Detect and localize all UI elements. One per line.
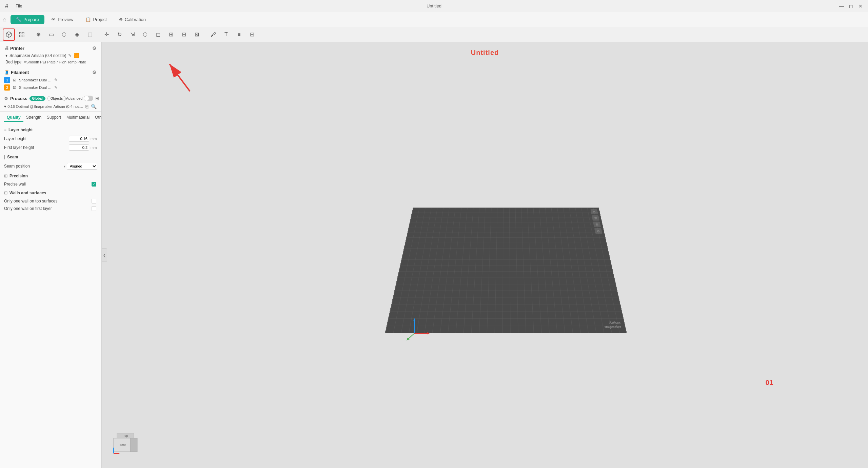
precision-icon: ⊞ xyxy=(4,174,7,178)
restore-button[interactable]: ◻ xyxy=(848,3,854,9)
precise-wall-checkbox-cell xyxy=(91,182,97,187)
seam-position-label: Seam position xyxy=(4,164,64,169)
tab-support[interactable]: Support xyxy=(44,114,64,122)
print-bed: ✕ ⊞ ⊟ ⊙ Artisan snapmaker xyxy=(385,208,627,333)
add-hex-button[interactable]: ⬡ xyxy=(58,28,70,41)
app-icon: 🖨 xyxy=(4,3,9,9)
printer-section-icon: 🖨 xyxy=(4,45,9,51)
align-tool-button[interactable]: ≡ xyxy=(233,28,245,41)
tab-project[interactable]: 📋 Project xyxy=(80,15,112,24)
process-search-button[interactable]: 🔍 xyxy=(90,103,97,110)
filament-checkbox-1[interactable]: ☑ xyxy=(13,78,16,82)
tool8-button[interactable]: ⊠ xyxy=(191,28,203,41)
artisan-name: Artisan xyxy=(603,320,620,325)
walls-icon: ⊡ xyxy=(4,191,7,195)
rotate-tool-button[interactable]: ↻ xyxy=(113,28,125,41)
viewport: ❮ Untitled ✕ ⊞ ⊟ xyxy=(102,42,868,468)
tool6-button[interactable]: ⊞ xyxy=(165,28,177,41)
add-object-button[interactable]: ◈ xyxy=(71,28,83,41)
axes-svg xyxy=(404,316,431,344)
layer-height-input[interactable] xyxy=(69,136,89,142)
seam-position-select[interactable]: Aligned Random Nearest xyxy=(67,163,97,170)
process-compare-button[interactable]: ⊞ xyxy=(95,95,100,102)
preview-icon: 👁 xyxy=(51,17,56,22)
minimize-button[interactable]: — xyxy=(838,3,845,9)
tab-others[interactable]: Others xyxy=(92,114,102,122)
one-wall-first-row: Only one wall on first layer xyxy=(4,205,97,212)
tab-strength[interactable]: Strength xyxy=(23,114,44,122)
filament-name-2: Snapmaker Dual … xyxy=(19,85,52,90)
tab-preview[interactable]: 👁 Preview xyxy=(46,15,79,24)
tool7-button[interactable]: ⊟ xyxy=(178,28,190,41)
add-rect-button[interactable]: ▭ xyxy=(45,28,57,41)
precise-wall-row: Precise wall xyxy=(4,180,97,188)
filament-row-2: 2 ☑ Snapmaker Dual … ✎ xyxy=(4,84,97,91)
filament-section-icon: 🧵 xyxy=(4,70,9,75)
first-layer-height-input[interactable] xyxy=(69,144,89,151)
process-copy-button[interactable]: ⎘ xyxy=(85,103,89,110)
filament-header: 🧵 Filament ⚙ xyxy=(4,69,97,76)
filament-section-label: Filament xyxy=(11,70,29,75)
filament-title: 🧵 Filament xyxy=(4,70,29,75)
process-profile-name: 0.16 Optimal @Snapmaker Artisan (0.4 noz… xyxy=(7,104,83,109)
add-support-button[interactable]: ◫ xyxy=(84,28,96,41)
filament-edit-1[interactable]: ✎ xyxy=(54,78,58,82)
paint-tool-button[interactable]: 🖌 xyxy=(207,28,219,41)
filament-name-1: Snapmaker Dual … xyxy=(19,78,52,82)
one-wall-top-checkbox[interactable] xyxy=(92,199,96,203)
precise-wall-checkbox[interactable] xyxy=(92,182,96,187)
menu-file[interactable]: File xyxy=(13,2,25,10)
move-tool-button[interactable]: ✛ xyxy=(100,28,113,41)
one-wall-first-checkbox[interactable] xyxy=(92,206,96,211)
printer-name-label: Snapmaker Artisan (0.4 nozzle) xyxy=(9,53,66,58)
advanced-toggle-switch[interactable] xyxy=(84,96,93,101)
toolbar: ⊕ ▭ ⬡ ◈ ◫ ✛ ↻ ⇲ ⬡ ◻ ⊞ ⊟ ⊠ 🖌 T ≡ ⊟ xyxy=(0,27,868,42)
viewport-title: Untitled xyxy=(471,49,499,57)
grid-view-button[interactable] xyxy=(16,28,28,41)
add-shape-button[interactable]: ⊕ xyxy=(32,28,44,41)
sidebar-collapse-button[interactable]: ❮ xyxy=(102,248,107,262)
distribute-button[interactable]: ⊟ xyxy=(246,28,258,41)
svg-rect-17 xyxy=(131,438,137,452)
precision-group-header: ⊞ Precision xyxy=(4,174,97,178)
process-title: ⚙ Process Global Objects xyxy=(4,96,66,101)
seam-group-header: | Seam xyxy=(4,155,97,159)
precision-title: Precision xyxy=(9,174,28,178)
tab-quality[interactable]: Quality xyxy=(4,114,23,122)
one-wall-top-row: Only one wall on top surfaces xyxy=(4,197,97,205)
tab-prepare[interactable]: 🔧 Prepare xyxy=(11,15,44,24)
seam-title: Seam xyxy=(7,155,18,159)
filament-checkbox-2[interactable]: ☑ xyxy=(13,85,16,90)
process-name-row: ▾ 0.16 Optimal @Snapmaker Artisan (0.4 n… xyxy=(4,103,97,110)
one-wall-first-checkbox-cell xyxy=(91,206,97,211)
close-button[interactable]: ✕ xyxy=(857,3,864,9)
walls-surfaces-title: Walls and surfaces xyxy=(9,191,46,195)
titlebar-left: 🖨 File xyxy=(4,2,25,10)
walls-surfaces-group-header: ⊡ Walls and surfaces xyxy=(4,191,97,195)
printer-settings-button[interactable]: ⚙ xyxy=(92,45,97,52)
home-icon[interactable]: ⌂ xyxy=(3,16,6,23)
prepare-icon: 🔧 xyxy=(16,17,21,22)
first-layer-height-unit: mm xyxy=(91,145,97,150)
tool5-button[interactable]: ◻ xyxy=(152,28,164,41)
first-layer-height-row: First layer height mm xyxy=(4,143,97,152)
filament-edit-2[interactable]: ✎ xyxy=(54,85,58,90)
flatten-tool-button[interactable]: ⬡ xyxy=(139,28,151,41)
printer-name: ▾ Snapmaker Artisan (0.4 nozzle) ✎ 📶 xyxy=(5,53,97,58)
filament-section: 🧵 Filament ⚙ 1 ☑ Snapmaker Dual … ✎ 2 ☑ … xyxy=(0,66,101,92)
bed-type-label: Bed type xyxy=(5,60,21,64)
text-tool-button[interactable]: T xyxy=(220,28,232,41)
scale-tool-button[interactable]: ⇲ xyxy=(126,28,138,41)
tab-multimaterial[interactable]: Multimaterial xyxy=(64,114,92,122)
viewport-number-badge: 01 xyxy=(766,379,773,387)
artisan-brand: snapmaker xyxy=(604,325,622,329)
sidebar: 🖨 Printer ⚙ ▾ Snapmaker Artisan (0.4 noz… xyxy=(0,42,102,468)
process-global-badge[interactable]: Global xyxy=(29,96,45,101)
seam-icon: | xyxy=(4,155,5,159)
filament-settings-button[interactable]: ⚙ xyxy=(92,69,97,76)
process-objects-badge[interactable]: Objects xyxy=(47,96,66,101)
printer-edit-icon[interactable]: ✎ xyxy=(68,53,72,58)
tab-calibration[interactable]: ⊕ Calibration xyxy=(114,15,151,24)
3d-view-button[interactable] xyxy=(3,28,15,41)
advanced-label: Advanced xyxy=(66,96,82,100)
